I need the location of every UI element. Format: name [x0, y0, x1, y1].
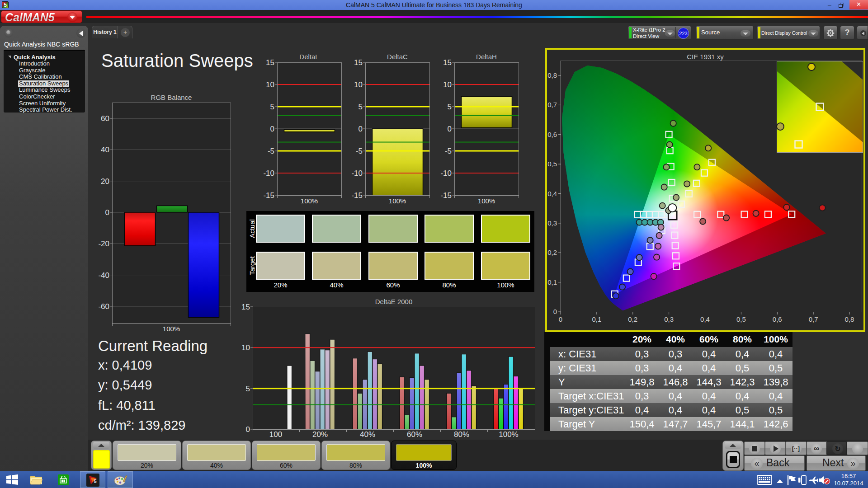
- svg-text:10: 10: [241, 343, 250, 352]
- svg-text:0,5: 0,5: [736, 315, 746, 323]
- svg-text:0,5: 0,5: [547, 160, 557, 168]
- svg-text:15: 15: [443, 58, 452, 67]
- svg-text:-40: -40: [98, 271, 109, 280]
- svg-text:-10: -10: [440, 169, 452, 178]
- svg-text:15: 15: [266, 58, 274, 67]
- svg-text:100%: 100%: [301, 197, 318, 205]
- svg-text:100%: 100%: [163, 325, 180, 333]
- svg-text:-10: -10: [351, 169, 363, 178]
- svg-text:10: 10: [443, 80, 452, 89]
- svg-text:0,3: 0,3: [664, 315, 674, 323]
- svg-text:5: 5: [94, 479, 97, 484]
- svg-text:0,6: 0,6: [773, 315, 782, 323]
- svg-text:10: 10: [354, 80, 363, 89]
- svg-text:100%: 100%: [389, 197, 406, 205]
- svg-text:15: 15: [241, 303, 250, 311]
- svg-text:5: 5: [448, 103, 452, 111]
- svg-text:0,7: 0,7: [809, 315, 818, 323]
- svg-text:DeltaH: DeltaH: [476, 53, 497, 61]
- svg-text:-15: -15: [263, 191, 274, 200]
- svg-text:DeltaC: DeltaC: [387, 53, 408, 61]
- svg-text:100%: 100%: [478, 197, 495, 205]
- svg-text:-5: -5: [356, 147, 363, 155]
- svg-text:0: 0: [359, 125, 363, 133]
- svg-text:80%: 80%: [454, 430, 469, 439]
- svg-text:15: 15: [354, 58, 363, 67]
- svg-text:40%: 40%: [360, 430, 375, 439]
- svg-text:40: 40: [101, 145, 109, 154]
- svg-text:0: 0: [559, 315, 562, 323]
- svg-text:60%: 60%: [407, 430, 422, 439]
- svg-text:0,4: 0,4: [547, 190, 557, 197]
- svg-text:-15: -15: [351, 191, 363, 200]
- svg-text:0: 0: [448, 125, 452, 133]
- svg-text:-5: -5: [268, 147, 274, 155]
- svg-text:0,2: 0,2: [628, 315, 637, 323]
- svg-text:0: 0: [270, 125, 274, 133]
- svg-text:0,2: 0,2: [547, 249, 557, 256]
- svg-text:20%: 20%: [312, 430, 328, 439]
- svg-text:-15: -15: [440, 191, 452, 200]
- svg-text:100: 100: [269, 430, 282, 439]
- svg-text:DeltaE 2000: DeltaE 2000: [375, 298, 413, 305]
- svg-text:20: 20: [101, 177, 109, 186]
- svg-text:0,1: 0,1: [592, 315, 601, 323]
- svg-text:5: 5: [270, 103, 274, 111]
- svg-text:-20: -20: [98, 239, 109, 248]
- svg-text:10: 10: [266, 80, 274, 89]
- svg-text:60: 60: [101, 114, 109, 123]
- svg-text:0,8: 0,8: [547, 71, 557, 79]
- svg-text:-60: -60: [98, 302, 109, 311]
- svg-text:-5: -5: [445, 147, 452, 155]
- svg-text:0,1: 0,1: [547, 278, 557, 286]
- svg-text:0,8: 0,8: [845, 315, 854, 323]
- svg-text:0: 0: [246, 425, 250, 434]
- svg-text:0,7: 0,7: [547, 101, 557, 108]
- svg-text:0: 0: [105, 208, 109, 217]
- svg-text:5: 5: [246, 385, 250, 393]
- svg-text:DeltaL: DeltaL: [299, 53, 319, 61]
- svg-text:0,6: 0,6: [547, 131, 557, 138]
- svg-text:0,4: 0,4: [700, 315, 710, 323]
- svg-text:5: 5: [359, 103, 363, 111]
- svg-text:100%: 100%: [499, 430, 518, 439]
- svg-text:0,3: 0,3: [547, 219, 557, 227]
- svg-text:RGB Balance: RGB Balance: [151, 94, 192, 101]
- svg-text:CIE 1931 xy: CIE 1931 xy: [687, 53, 724, 61]
- svg-text:0: 0: [553, 308, 557, 315]
- svg-text:-10: -10: [263, 169, 274, 178]
